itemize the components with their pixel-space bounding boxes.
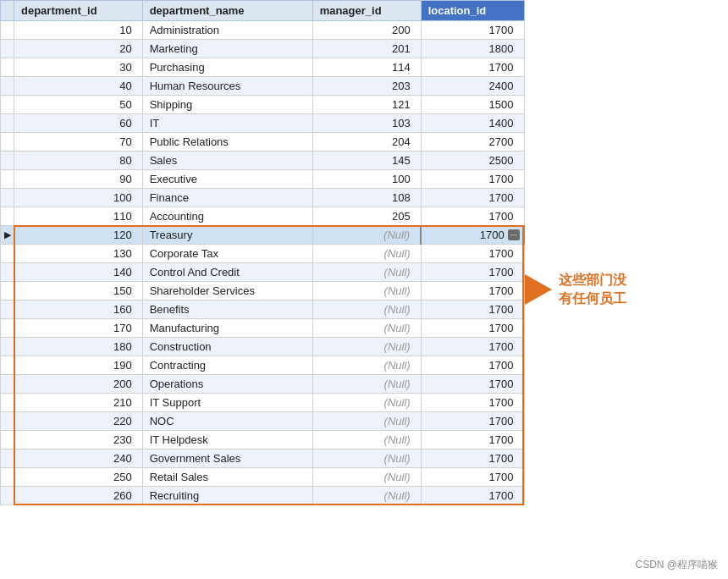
table-header: department_id department_name manager_id…	[1, 1, 525, 21]
cell-dept-name: Treasury	[142, 226, 312, 245]
cell-dept-name: Human Resources	[142, 77, 312, 96]
cell-dept-id: 170	[14, 319, 143, 338]
table-row[interactable]: 140Control And Credit(Null)1700	[1, 263, 525, 282]
cell-mgr-id: 204	[312, 133, 421, 152]
row-indicator-cell	[1, 263, 14, 282]
table-row[interactable]: 200Operations(Null)1700	[1, 375, 525, 394]
cell-dept-name: Benefits	[142, 301, 312, 319]
cell-dept-name: Manufacturing	[142, 319, 312, 338]
cell-dept-id: 60	[14, 114, 143, 133]
row-indicator-cell	[1, 394, 14, 412]
cell-loc-id: 1700	[421, 245, 524, 263]
row-indicator-cell	[1, 356, 14, 375]
table-row[interactable]: 160Benefits(Null)1700	[1, 301, 525, 319]
table-row[interactable]: 50Shipping1211500	[1, 96, 525, 114]
cell-loc-id: 1700	[421, 263, 524, 282]
row-indicator-cell	[1, 114, 14, 133]
cell-dept-name: Finance	[142, 189, 312, 207]
cell-mgr-id: (Null)	[312, 301, 421, 319]
table-row[interactable]: 130Corporate Tax(Null)1700	[1, 245, 525, 263]
table-row[interactable]: 260Recruiting(Null)1700	[1, 487, 525, 505]
table-row[interactable]: 10Administration2001700	[1, 21, 525, 40]
table-row[interactable]: 110Accounting2051700	[1, 207, 525, 226]
row-indicator-cell	[1, 133, 14, 152]
table-row[interactable]: 220NOC(Null)1700	[1, 412, 525, 431]
cell-dept-name: Executive	[142, 170, 312, 189]
cell-loc-id: 1700	[421, 449, 524, 468]
cell-dept-id: 30	[14, 58, 143, 77]
cell-loc-id: 1700	[421, 394, 524, 412]
table-row[interactable]: 20Marketing2011800	[1, 40, 525, 58]
row-indicator-cell	[1, 207, 14, 226]
table-row[interactable]: 170Manufacturing(Null)1700	[1, 319, 525, 338]
cell-loc-id: 1700	[421, 207, 524, 226]
table-row[interactable]: 80Sales1452500	[1, 152, 525, 170]
row-indicator-cell	[1, 449, 14, 468]
table-row[interactable]: 60IT1031400	[1, 114, 525, 133]
cell-dept-id: 250	[14, 468, 143, 487]
table-row[interactable]: 240Government Sales(Null)1700	[1, 449, 525, 468]
table-row[interactable]: ▶120Treasury(Null)1700···	[1, 226, 525, 245]
col-header-dept-id: department_id	[14, 1, 143, 21]
cell-mgr-id: (Null)	[312, 245, 421, 263]
table-row[interactable]: 180Construction(Null)1700	[1, 338, 525, 356]
cell-dept-id: 200	[14, 375, 143, 394]
row-indicator-cell	[1, 282, 14, 301]
cell-dept-id: 130	[14, 245, 143, 263]
watermark: CSDN @程序喵猴	[635, 558, 718, 572]
cell-mgr-id: 108	[312, 189, 421, 207]
cell-dept-name: Administration	[142, 21, 312, 40]
cell-dept-name: Public Relations	[142, 133, 312, 152]
table-row[interactable]: 30Purchasing1141700	[1, 58, 525, 77]
cell-mgr-id: 201	[312, 40, 421, 58]
annotation-text: 这些部门没 有任何员工	[559, 271, 626, 309]
cell-dept-id: 240	[14, 449, 143, 468]
row-indicator-cell: ▶	[1, 226, 14, 245]
table-row[interactable]: 100Finance1081700	[1, 189, 525, 207]
table-row[interactable]: 190Contracting(Null)1700	[1, 356, 525, 375]
col-header-loc-id: location_id	[421, 1, 524, 21]
cell-loc-id: 1700	[421, 301, 524, 319]
table-row[interactable]: 40Human Resources2032400	[1, 77, 525, 96]
cell-loc-id: 2700	[421, 133, 524, 152]
row-indicator-cell	[1, 319, 14, 338]
cell-loc-id: 1700···	[421, 226, 524, 245]
cell-dept-id: 50	[14, 96, 143, 114]
cell-loc-id: 1700	[421, 431, 524, 449]
cell-mgr-id: 200	[312, 21, 421, 40]
cell-mgr-id: 114	[312, 58, 421, 77]
row-indicator-cell	[1, 412, 14, 431]
cell-dept-name: NOC	[142, 412, 312, 431]
cell-dept-name: Retail Sales	[142, 468, 312, 487]
table-row[interactable]: 250Retail Sales(Null)1700	[1, 468, 525, 487]
row-indicator-cell	[1, 189, 14, 207]
cell-loc-id: 1500	[421, 96, 524, 114]
table-row[interactable]: 150Shareholder Services(Null)1700	[1, 282, 525, 301]
cell-dept-id: 220	[14, 412, 143, 431]
cell-dept-id: 70	[14, 133, 143, 152]
loc-value: 1700	[480, 229, 505, 241]
cell-loc-id: 2500	[421, 152, 524, 170]
cell-mgr-id: 103	[312, 114, 421, 133]
cell-mgr-id: (Null)	[312, 356, 421, 375]
cell-dept-name: Shipping	[142, 96, 312, 114]
cell-dept-name: Sales	[142, 152, 312, 170]
table-row[interactable]: 210IT Support(Null)1700	[1, 394, 525, 412]
cell-dept-id: 210	[14, 394, 143, 412]
annotation-arrow	[525, 274, 552, 305]
cell-dept-name: Corporate Tax	[142, 245, 312, 263]
table-row[interactable]: 90Executive1001700	[1, 170, 525, 189]
table-row[interactable]: 230IT Helpdesk(Null)1700	[1, 431, 525, 449]
row-indicator-cell	[1, 170, 14, 189]
row-indicator-cell	[1, 338, 14, 356]
cell-dept-name: Operations	[142, 375, 312, 394]
cell-mgr-id: (Null)	[312, 449, 421, 468]
table-row[interactable]: 70Public Relations2042700	[1, 133, 525, 152]
cell-mgr-id: (Null)	[312, 282, 421, 301]
cell-mgr-id: 203	[312, 77, 421, 96]
cell-mgr-id: (Null)	[312, 375, 421, 394]
row-indicator-cell	[1, 152, 14, 170]
row-indicator-cell	[1, 58, 14, 77]
cell-mgr-id: (Null)	[312, 468, 421, 487]
cell-dept-name: Marketing	[142, 40, 312, 58]
